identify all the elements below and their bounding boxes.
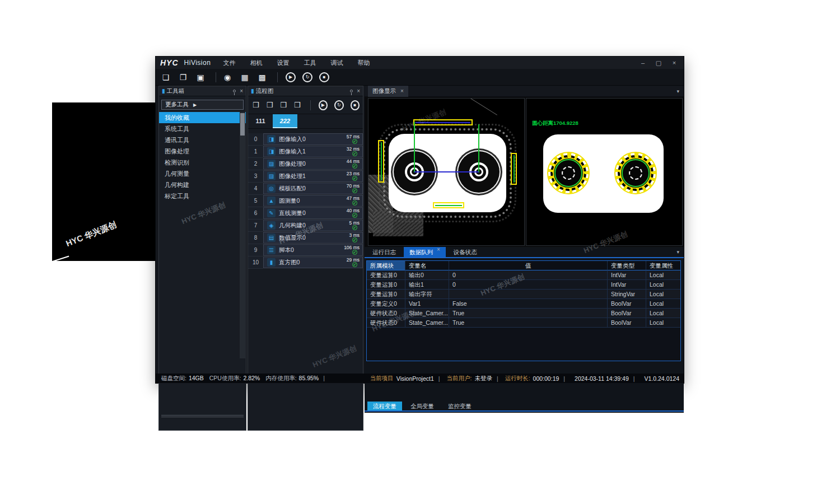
table-row[interactable]: 变量定义0Var1FalseBoolVarLocal [367,299,680,309]
chevron-right-icon: ▶ [193,102,197,108]
more-tools-button[interactable]: 更多工具 ▶ [161,100,244,110]
step-body[interactable]: ◈几何构建05 ms✔ [263,220,363,231]
menu-item[interactable]: 工具 [304,59,316,67]
menu-item[interactable]: 调试 [330,59,343,67]
flow-tab[interactable]: 111 [248,114,273,128]
new-project-icon[interactable]: ❏ [159,71,172,83]
step-body[interactable]: ▤数值显示03 ms✔ [263,232,363,244]
menu-item[interactable]: 帮助 [357,59,370,67]
step-body[interactable]: ☰脚本0106 ms✔ [263,244,363,256]
camera-icon[interactable]: ◉ [221,71,234,83]
close-panel-icon[interactable]: × [240,88,243,94]
flow-step-list: 0◨图像输入057 ms✔1◨图像输入132 ms✔2▨图像处理044 ms✔3… [248,133,363,269]
step-body[interactable]: ◨图像输入132 ms✔ [263,146,363,157]
chevron-down-icon[interactable]: ▾ [676,88,679,94]
toolbox-item[interactable]: 检测识别 [159,157,246,168]
toolbox-scrollbar[interactable] [240,112,245,358]
edge-result-line [435,205,462,206]
run-once-icon[interactable]: ▶ [286,72,296,82]
flow-step-row[interactable]: 10▮直方图029 ms✔ [248,256,363,269]
data-tab[interactable]: 设备状态 [448,247,483,257]
toolbox-item[interactable]: 系统工具 [159,123,246,134]
column-header[interactable]: 变量属性 [646,261,680,270]
menu-item[interactable]: 文件 [223,59,235,67]
flow-new-icon[interactable]: ❒ [250,100,262,111]
pin-icon[interactable] [350,90,353,92]
flow-step-row[interactable]: 6✎直线测量040 ms✔ [248,207,363,220]
toolbox-item[interactable]: 图像处理 [159,146,246,157]
maximize-button[interactable]: ▢ [655,59,662,67]
table-cell: 输出字符 [405,290,449,299]
flow-step-row[interactable]: 3▨图像处理123 ms✔ [248,170,363,183]
step-name: 图像输入0 [279,136,306,143]
column-header[interactable]: 变量类型 [608,261,646,270]
variable-scope-tab[interactable]: 全局变量 [405,402,440,410]
tab-image-display[interactable]: 图像显示 × [368,86,408,97]
open-project-icon[interactable]: ❐ [176,71,190,83]
flow-step-row[interactable]: 9☰脚本0106 ms✔ [248,244,363,256]
save-project-icon[interactable]: ▣ [194,71,207,83]
step-body[interactable]: ▨图像处理044 ms✔ [263,158,363,170]
flow-stop-icon[interactable]: ■ [351,100,360,110]
table-row[interactable]: 硬件状态0State_Camer...TrueBoolVarLocal [367,309,680,318]
toolbox-header[interactable]: ▮ 工具箱 × [159,86,246,96]
step-body[interactable]: ▨图像处理123 ms✔ [263,170,363,182]
variable-scope-tab[interactable]: 流程变量 [367,402,402,410]
toolbox-item[interactable]: 标定工具 [159,190,246,202]
menu-item[interactable]: 相机 [250,59,262,67]
menu-item[interactable]: 设置 [277,59,289,67]
close-panel-icon[interactable]: × [357,88,360,94]
flow-save-icon[interactable]: ❒ [278,100,289,111]
column-header[interactable]: 值 [449,261,608,270]
toolbox-item[interactable]: 几何测量 [159,168,246,179]
close-tab-icon[interactable]: × [437,247,440,257]
table-row[interactable]: 硬件状态0State_Camer...TrueBoolVarLocal [367,318,680,328]
edge-result-line [381,142,382,180]
data-tab[interactable]: 数据队列× [404,247,446,257]
flow-step-row[interactable]: 1◨图像输入132 ms✔ [248,146,363,158]
step-body[interactable]: ▮直方图029 ms✔ [263,256,363,268]
table-row[interactable]: 变量运算0输出00IntVarLocal [367,270,680,280]
io-device-icon[interactable]: ▩ [255,71,269,83]
flow-export-icon[interactable]: ❒ [292,100,303,111]
flow-step-row[interactable]: 5▲圆测量047 ms✔ [248,195,363,207]
circle-find-annotation-left [547,152,590,194]
close-tab-icon[interactable]: × [400,88,404,94]
toolbox-item[interactable]: 通讯工具 [159,134,246,146]
toolbox-item[interactable]: 几何构建 [159,179,246,190]
minimize-button[interactable]: – [639,59,647,67]
step-body[interactable]: ✎直线测量040 ms✔ [263,207,363,219]
scrollbar-thumb[interactable] [240,113,245,136]
camera-image-2[interactable]: 圆心距离1704.9228 [526,98,683,246]
flow-step-row[interactable]: 8▤数值显示03 ms✔ [248,232,363,244]
flow-panel-title: 流程图 [256,87,274,94]
chevron-down-icon[interactable]: ▾ [676,249,679,255]
table-row[interactable]: 变量运算0输出字符StringVarLocal [367,290,680,299]
step-body[interactable]: ◨图像输入057 ms✔ [263,133,363,145]
flow-run-once-icon[interactable]: ▶ [319,100,328,110]
flow-panel-header[interactable]: ▮ 流程图 × [248,86,363,96]
frame-grabber-icon[interactable]: ▦ [238,71,251,83]
column-header[interactable]: 所属模块 [367,261,405,270]
pin-icon[interactable] [233,90,236,92]
run-continuous-icon[interactable]: ↻ [302,72,312,82]
flow-run-continuous-icon[interactable]: ↻ [334,100,344,110]
step-body[interactable]: ▲圆测量047 ms✔ [263,195,363,207]
toolbox-item[interactable]: 我的收藏 [159,112,246,123]
variable-scope-tab[interactable]: 监控变量 [442,402,477,410]
camera-image-1[interactable] [368,98,525,246]
step-body[interactable]: ◎模板匹配070 ms✔ [263,183,363,194]
flow-step-row[interactable]: 0◨图像输入057 ms✔ [248,133,363,146]
flow-open-icon[interactable]: ❒ [264,100,276,111]
table-cell: 硬件状态0 [367,309,405,318]
close-button[interactable]: × [670,59,678,67]
flow-step-row[interactable]: 7◈几何构建05 ms✔ [248,220,363,232]
flow-step-row[interactable]: 2▨图像处理044 ms✔ [248,158,363,170]
flow-tab[interactable]: 222 [273,114,297,128]
data-tab[interactable]: 运行日志 [367,247,402,257]
flow-step-row[interactable]: 4◎模板匹配070 ms✔ [248,183,363,195]
column-header[interactable]: 变量名 [405,261,449,270]
table-cell: 变量运算0 [367,280,405,290]
table-row[interactable]: 变量运算0输出10IntVarLocal [367,280,680,290]
stop-icon[interactable]: ■ [319,72,329,82]
